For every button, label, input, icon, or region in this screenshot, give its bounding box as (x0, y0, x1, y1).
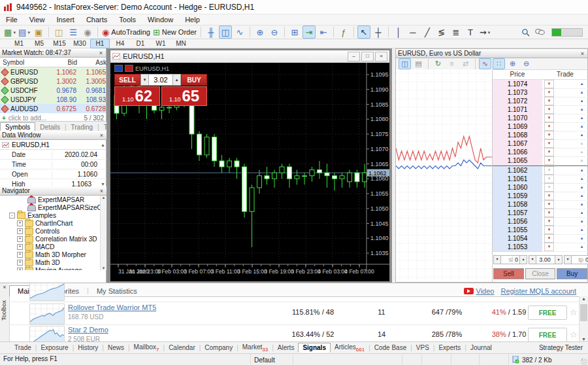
bid-row-1053[interactable]: 1.1053▾▴ (493, 243, 588, 251)
crosshair-icon[interactable]: ┼ (372, 26, 385, 39)
toolbox-tab-experts[interactable]: Experts (434, 343, 465, 352)
bid-row-1062[interactable]: 1.1062▾▴ (493, 166, 588, 175)
toolbox-tab-alerts[interactable]: Alerts (274, 343, 299, 352)
volume-field[interactable]: 3.02 (149, 74, 172, 86)
tree-item-chartinchart[interactable]: +ChartInChart (0, 219, 106, 227)
sl-up-button[interactable]: ▴ (519, 255, 527, 264)
free-button[interactable]: FREE (528, 305, 567, 320)
video-link[interactable]: Video (476, 287, 495, 295)
menu-window[interactable]: Window (142, 15, 179, 24)
sell-at-price-button[interactable]: ▾ (544, 234, 554, 243)
buy-at-price-button[interactable]: ▴ (578, 140, 586, 147)
tree-item-math-3d-morpher[interactable]: +Math 3D Morpher (0, 251, 106, 258)
buy-at-price-button[interactable]: ▴ (578, 123, 586, 130)
scroll-up-icon[interactable]: ▲ (101, 143, 105, 147)
scroll-down-icon[interactable]: ▼ (101, 266, 106, 270)
toolbox-tab-journal[interactable]: Journal (466, 343, 496, 352)
navigator-scrollbar[interactable]: ▲ ▼ (100, 196, 106, 270)
candle-chart-icon[interactable]: ◫ (219, 26, 232, 39)
ask-row-1070[interactable]: 1.1070▾▴ (493, 114, 588, 122)
new-order-icon[interactable]: ⊞New Order (152, 26, 197, 39)
sell-at-price-button[interactable]: ▾ (544, 175, 554, 183)
buy-at-price-button[interactable]: ▴ (578, 114, 586, 122)
dom-close-button[interactable]: Close (525, 268, 556, 279)
symbol-row-gbpusd[interactable]: GBPUSD1.30021.3005 (0, 77, 106, 86)
status-profile-segment[interactable]: Default (250, 354, 293, 365)
timeframe-w1[interactable]: W1 (151, 39, 171, 48)
buy-at-price-button[interactable]: ▴ (578, 201, 586, 208)
scroll-down-icon[interactable]: ▼ (101, 182, 105, 186)
timeframe-h1[interactable]: H1 (90, 39, 110, 48)
time-and-sales-icon[interactable]: ▤ (412, 58, 425, 69)
refresh-icon[interactable]: ↻ (432, 58, 444, 69)
bid-row-1058[interactable]: 1.1058▾▴ (493, 200, 588, 209)
expand-icon[interactable]: + (17, 260, 23, 266)
tile-windows-icon[interactable]: ⊞ (288, 26, 301, 39)
dom-sell-button[interactable]: Sell (493, 268, 524, 279)
sell-at-price-button[interactable]: ▾ (544, 139, 554, 148)
timeframe-m15[interactable]: M15 (50, 39, 69, 48)
timeframe-m1[interactable]: M1 (9, 39, 29, 48)
autotrading-icon[interactable]: ◉AutoTrading (101, 26, 151, 39)
expand-icon[interactable]: + (17, 268, 23, 271)
col-symbol[interactable]: Symbol (0, 59, 50, 66)
buy-price[interactable]: 1.10 65 (161, 86, 207, 106)
sl-down-button[interactable]: ▾ (493, 255, 501, 264)
buy-at-price-button[interactable]: ▴ (578, 235, 586, 242)
bid-row-1057[interactable]: 1.1057▾▴ (493, 209, 588, 217)
ask-row-1071[interactable]: 1.1071▾▴ (493, 105, 588, 114)
menu-insert[interactable]: Insert (50, 15, 80, 24)
maximize-button[interactable]: □ (361, 52, 374, 61)
zoom-in-icon[interactable]: ⊕ (253, 26, 267, 39)
volume-value[interactable]: 3.00 (539, 256, 551, 263)
sell-at-price-button[interactable]: ▾ (544, 131, 554, 139)
tree-item-math-3d[interactable]: +Math 3D (0, 258, 106, 266)
scrollbar-thumb[interactable] (580, 304, 587, 321)
bid-row-1061[interactable]: 1.1061▾▴ (493, 175, 588, 183)
tp-value[interactable]: 0 (585, 256, 588, 263)
dom-buy-button[interactable]: Buy (557, 268, 587, 279)
equidistant-channel-icon[interactable]: ≣ (449, 26, 463, 39)
sell-at-price-button[interactable]: ▾ (544, 148, 554, 156)
timeframe-m5[interactable]: M5 (29, 39, 49, 48)
sl-value[interactable]: 0 (515, 256, 518, 263)
sell-at-price-button[interactable]: ▾ (544, 166, 554, 175)
free-button[interactable]: FREE (528, 328, 567, 342)
toolbox-tab-calendar[interactable]: Calendar (165, 343, 199, 352)
tree-item-controls[interactable]: +Controls (0, 227, 106, 235)
toolbox-tab-vps[interactable]: VPS (412, 343, 433, 352)
ask-row-1072[interactable]: 1.1072▾▴ (493, 97, 588, 105)
market-watch-icon[interactable]: ◫ (52, 26, 65, 39)
expand-icon[interactable]: + (17, 244, 23, 250)
buy-at-price-button[interactable]: ▴ (578, 148, 586, 156)
symbol-row-usdchf[interactable]: USDCHF0.96780.9681 (0, 86, 106, 95)
chat-icon[interactable] (533, 26, 546, 39)
signals-scrollbar[interactable]: ▲ ▼ (579, 296, 588, 342)
volume-up-button[interactable]: ▴ (555, 255, 563, 264)
sell-at-price-button[interactable]: ▾ (544, 156, 554, 165)
close-icon[interactable]: × (580, 50, 585, 57)
minimize-button[interactable]: – (348, 52, 360, 61)
sell-price[interactable]: 1.10 62 (114, 86, 160, 106)
ask-row-1074[interactable]: 1.1074▾▴ (493, 80, 588, 88)
timeframe-d1[interactable]: D1 (131, 39, 150, 48)
favorite-star-icon[interactable]: ☆ (570, 307, 578, 317)
trendline-icon[interactable]: ╱ (421, 26, 434, 39)
expand-icon[interactable]: + (17, 236, 23, 242)
horizontal-line-icon[interactable]: ─ (406, 26, 419, 39)
indicators-icon[interactable]: ƒ (337, 26, 350, 39)
buy-at-price-button[interactable]: ▴ (578, 167, 586, 174)
sell-at-price-button[interactable]: ▾ (544, 88, 554, 97)
toolbox-tab-trade[interactable]: Trade (10, 343, 35, 352)
zoom-out-icon[interactable]: ⊖ (268, 26, 281, 39)
sell-at-price-button[interactable]: ▾ (544, 200, 554, 209)
close-icon[interactable]: × (98, 50, 104, 56)
buy-at-price-button[interactable]: ▴ (578, 218, 586, 225)
sell-at-price-button[interactable]: ▾ (544, 114, 554, 122)
volume-down-button[interactable]: ▾ (140, 74, 149, 86)
ask-row-1065[interactable]: 1.1065▾▴ (493, 156, 588, 165)
history-center-icon[interactable]: ▣ (32, 26, 45, 39)
resize-grip[interactable] (581, 358, 587, 365)
ask-row-1069[interactable]: 1.1069▾▴ (493, 122, 588, 131)
zoom-in-icon[interactable]: ⊕ (506, 58, 519, 69)
